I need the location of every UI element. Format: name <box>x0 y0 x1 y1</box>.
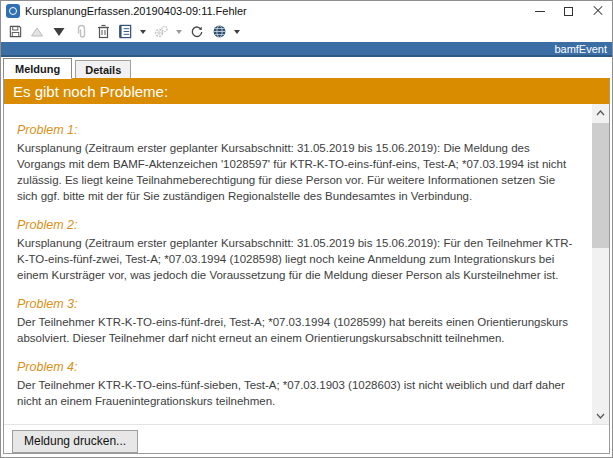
app-window: KursplanungErfassen.20190403-09:11.Fehle… <box>0 0 613 458</box>
problem-item: Problem 4: Der Teilnehmer KTR-K-TO-eins-… <box>17 360 577 409</box>
error-banner-title: Es gibt noch Probleme: <box>13 83 168 100</box>
settings-button[interactable] <box>150 22 172 41</box>
close-button[interactable] <box>583 1 612 21</box>
word-export-button[interactable] <box>114 22 136 41</box>
close-icon <box>593 6 603 16</box>
problem-text: Kursplanung (Zeitraum erster geplanter K… <box>17 235 577 283</box>
maximize-icon <box>564 7 573 16</box>
refresh-icon <box>190 25 204 39</box>
tab-page: Es gibt noch Probleme: Problem 1: Kurspl… <box>3 77 610 454</box>
settings-dropdown[interactable] <box>176 30 182 34</box>
app-icon-glyph <box>9 7 17 15</box>
web-icon <box>212 24 227 39</box>
tab-details-label: Details <box>85 64 121 76</box>
refresh-button[interactable] <box>186 22 208 41</box>
attachment-icon <box>74 24 88 39</box>
window-title: KursplanungErfassen.20190403-09:11.Fehle… <box>25 5 247 17</box>
word-export-dropdown[interactable] <box>140 30 146 34</box>
title-bar: KursplanungErfassen.20190403-09:11.Fehle… <box>1 1 612 21</box>
error-banner: Es gibt noch Probleme: <box>4 78 609 104</box>
tab-meldung-label: Meldung <box>15 63 60 75</box>
minimize-button[interactable] <box>525 1 554 21</box>
web-button[interactable] <box>208 22 230 41</box>
toolbar <box>1 21 612 42</box>
tab-details[interactable]: Details <box>75 60 131 78</box>
tab-strip: Meldung Details <box>1 57 612 78</box>
problem-heading: Problem 4: <box>17 360 577 374</box>
app-icon <box>6 4 20 18</box>
chevron-down-icon <box>596 413 605 419</box>
chevron-up-icon <box>596 110 605 116</box>
scrollbar-thumb[interactable] <box>592 123 609 248</box>
print-message-button[interactable]: Meldung drucken... <box>12 430 138 453</box>
problem-heading: Problem 2: <box>17 218 577 232</box>
problem-heading: Problem 1: <box>17 123 577 137</box>
move-down-button[interactable] <box>48 22 70 41</box>
save-button[interactable] <box>4 22 26 41</box>
problem-text: Der Teilnehmer KTR-K-TO-eins-fünf-drei, … <box>17 314 577 346</box>
delete-icon <box>97 24 110 39</box>
maximize-button[interactable] <box>554 1 583 21</box>
move-up-button[interactable] <box>26 22 48 41</box>
problem-heading: Problem 3: <box>17 297 577 311</box>
minimize-icon <box>535 11 545 12</box>
problem-item: Problem 1: Kursplanung (Zeitraum erster … <box>17 123 577 204</box>
footer-bar: Meldung drucken... <box>4 424 609 453</box>
delete-button[interactable] <box>92 22 114 41</box>
settings-gear-icon <box>153 25 169 39</box>
web-dropdown[interactable] <box>234 30 240 34</box>
message-content: Problem 1: Kursplanung (Zeitraum erster … <box>4 104 609 424</box>
scroll-up-button[interactable] <box>592 104 609 121</box>
problem-list: Problem 1: Kursplanung (Zeitraum erster … <box>4 104 609 424</box>
problem-item: Problem 3: Der Teilnehmer KTR-K-TO-eins-… <box>17 297 577 346</box>
move-up-icon <box>30 26 44 38</box>
move-down-icon <box>52 26 66 38</box>
app-bar: bamfEvent <box>1 42 612 57</box>
window-controls <box>525 1 612 21</box>
scroll-down-button[interactable] <box>592 407 609 424</box>
save-icon <box>8 24 23 39</box>
problem-text: Der Teilnehmer KTR-K-TO-eins-fünf-sieben… <box>17 377 577 409</box>
vertical-scrollbar[interactable] <box>592 104 609 424</box>
word-export-icon <box>118 24 133 39</box>
app-bar-label: bamfEvent <box>554 43 607 55</box>
problem-text: Kursplanung (Zeitraum erster geplanter K… <box>17 140 577 204</box>
attachment-button[interactable] <box>70 22 92 41</box>
tab-meldung[interactable]: Meldung <box>3 58 72 79</box>
problem-item: Problem 2: Kursplanung (Zeitraum erster … <box>17 218 577 283</box>
